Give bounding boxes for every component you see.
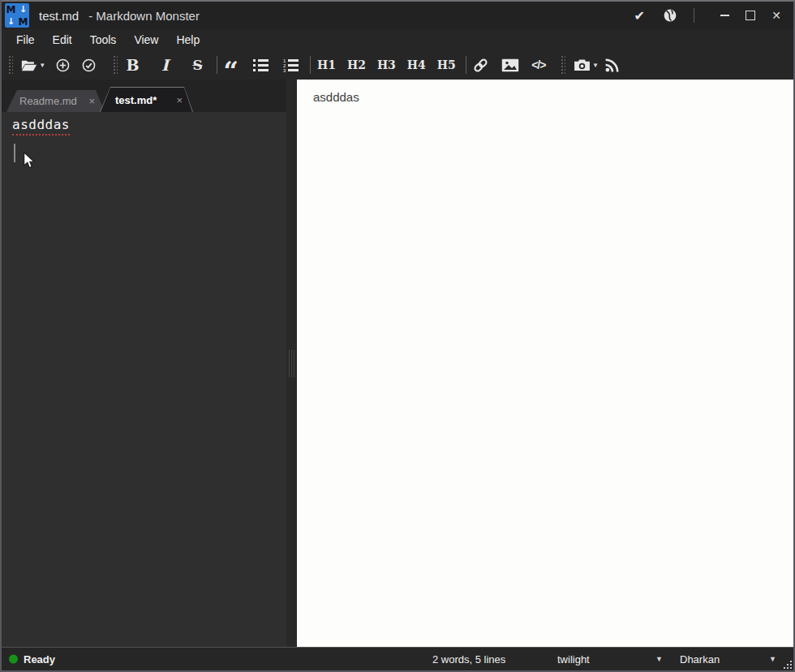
toolbar-separator <box>310 56 311 74</box>
editor-pane: Readme.md × test.md* × asdddas <box>2 80 286 648</box>
app-window: M↓↓M test.md - Markdown Monster ✔ ✕ File… <box>0 0 795 672</box>
image-icon <box>501 58 519 72</box>
tab-bar: Readme.md × test.md* × <box>2 80 286 112</box>
bullet-list-icon <box>253 58 269 72</box>
editor-textarea[interactable]: asdddas <box>2 112 286 648</box>
heading3-button[interactable]: H3 <box>377 58 396 71</box>
menu-item-tools[interactable]: Tools <box>81 33 126 46</box>
tab-close-icon[interactable]: × <box>87 95 97 107</box>
tab-readme[interactable]: Readme.md × <box>6 90 105 112</box>
menu-item-edit[interactable]: Edit <box>44 33 81 46</box>
save-button[interactable] <box>82 58 97 72</box>
toolbar-grip[interactable] <box>561 55 565 75</box>
open-file-button[interactable]: ▾ <box>21 59 45 71</box>
heading1-button[interactable]: H1 <box>317 58 336 71</box>
plus-circle-icon <box>56 58 70 72</box>
rss-icon <box>605 58 620 72</box>
menu-item-view[interactable]: View <box>125 33 167 46</box>
toolbar-separator <box>466 56 466 74</box>
camera-icon <box>574 58 591 71</box>
minimize-button[interactable] <box>716 6 733 24</box>
mouse-cursor-icon <box>23 152 35 169</box>
globe-icon[interactable] <box>663 8 677 23</box>
tab-inner: test.md* × <box>101 88 192 112</box>
numbered-list-icon: 1 2 3 <box>283 58 299 72</box>
preview-theme-dropdown[interactable]: twilight <box>557 653 590 666</box>
status-bar: Ready 2 words, 5 lines twilight ▼ Dharka… <box>2 647 793 670</box>
link-icon <box>473 58 488 73</box>
check-circle-icon <box>82 58 96 72</box>
titlebar-separator <box>694 8 694 23</box>
publish-weblog-button[interactable] <box>605 58 620 72</box>
status-text: Ready <box>24 653 55 666</box>
bullet-list-button[interactable] <box>253 58 269 72</box>
capture-dropdown-caret-icon[interactable]: ▾ <box>594 61 598 69</box>
heading5-button[interactable]: H5 <box>437 58 456 71</box>
text-caret <box>14 144 15 162</box>
italic-button[interactable]: I <box>158 56 173 74</box>
tab-test-active[interactable]: test.md* × <box>100 87 193 112</box>
editor-theme-dropdown[interactable]: Dharkan <box>680 653 720 666</box>
menu-item-help[interactable]: Help <box>167 33 208 46</box>
preview-pane[interactable]: asdddas <box>297 80 793 648</box>
tab-close-icon[interactable]: × <box>174 94 184 106</box>
insert-code-button[interactable]: </> <box>531 58 546 71</box>
toolbar-grip[interactable] <box>113 55 118 75</box>
tab-label: Readme.md <box>19 95 87 107</box>
title-bar: M↓↓M test.md - Markdown Monster ✔ ✕ <box>2 2 793 29</box>
heading4-button[interactable]: H4 <box>407 58 426 71</box>
screen-capture-button[interactable]: ▾ <box>574 58 598 71</box>
toolbar: ▾ B I S “ <box>2 50 793 80</box>
status-dot-icon <box>9 655 18 664</box>
editor-theme-dropdown-arrow-icon[interactable]: ▼ <box>769 655 776 663</box>
bold-button[interactable]: B <box>126 56 140 74</box>
preview-theme-dropdown-arrow-icon[interactable]: ▼ <box>655 655 663 663</box>
strikethrough-button[interactable]: S <box>191 57 205 73</box>
window-title-document: test.md <box>39 9 79 23</box>
maximize-button[interactable] <box>741 6 759 24</box>
svg-text:3: 3 <box>283 67 286 72</box>
preview-text: asdddas <box>313 90 793 104</box>
main-area: Readme.md × test.md* × asdddas <box>2 80 793 648</box>
app-logo-icon: M↓↓M <box>5 3 29 28</box>
toolbar-grip[interactable] <box>8 55 13 75</box>
pane-splitter[interactable] <box>286 80 297 648</box>
word-count: 2 words, 5 lines <box>432 653 505 666</box>
resize-grip[interactable] <box>782 659 793 670</box>
check-icon[interactable]: ✔ <box>634 8 645 24</box>
heading2-button[interactable]: H2 <box>347 58 366 71</box>
window-title-app: - Markdown Monster <box>88 9 200 23</box>
minimize-icon <box>720 15 729 16</box>
menu-item-file[interactable]: File <box>7 33 44 46</box>
numbered-list-button[interactable]: 1 2 3 <box>283 58 299 72</box>
menu-bar: File Edit Tools View Help <box>2 29 793 50</box>
editor-text: asdddas <box>12 117 70 136</box>
open-dropdown-caret-icon[interactable]: ▾ <box>41 61 45 69</box>
toolbar-separator <box>217 56 217 74</box>
insert-image-button[interactable] <box>501 58 519 72</box>
splitter-grip-icon <box>289 350 294 377</box>
close-button[interactable]: ✕ <box>767 6 785 24</box>
maximize-icon <box>746 11 755 20</box>
insert-link-button[interactable] <box>473 58 488 73</box>
new-document-button[interactable] <box>56 58 71 72</box>
tab-label: test.md* <box>115 94 174 106</box>
